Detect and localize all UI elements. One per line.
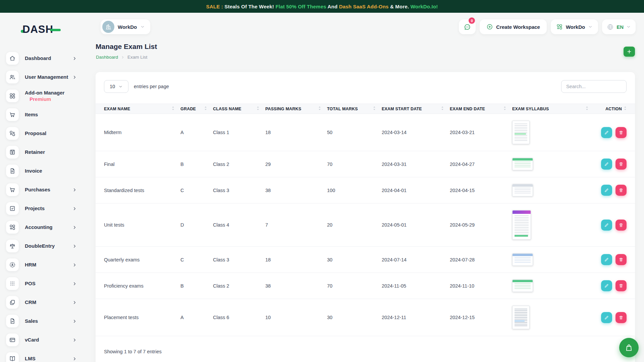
- sidebar-item-label: Retainer: [25, 149, 45, 155]
- column-header-action[interactable]: ACTION: [594, 106, 627, 112]
- sidebar-item-label: CRM: [25, 299, 36, 305]
- sidebar-item-label: DoubleEntry: [25, 243, 55, 249]
- edit-exam-button[interactable]: [601, 220, 612, 231]
- cell-exam-name: Standardized tests: [104, 188, 180, 193]
- cell-exam-name: Unit tests: [104, 222, 180, 228]
- workspace-dropdown[interactable]: WorkDo: [551, 19, 598, 34]
- syllabus-thumbnail[interactable]: [512, 306, 530, 329]
- column-header-total-marks[interactable]: TOTAL MARKS: [327, 106, 382, 112]
- cell-passing-marks: 38: [265, 188, 327, 193]
- sidebar-item-dashboard[interactable]: Dashboard: [6, 49, 87, 68]
- sidebar-item-crm[interactable]: CRM: [6, 293, 87, 312]
- brand-logo[interactable]: DASH: [21, 23, 61, 36]
- sidebar-item-label-wrap: Accounting: [25, 224, 72, 230]
- cell-exam-syllabus: [512, 253, 594, 266]
- sidebar-item-invoice[interactable]: Invoice: [6, 162, 87, 180]
- syllabus-thumbnail[interactable]: [512, 253, 533, 266]
- cell-passing-marks: 18: [265, 257, 327, 262]
- sidebar-item-label: Proposal: [25, 130, 46, 136]
- sidebar-item-retainer[interactable]: Retainer: [6, 143, 87, 162]
- globe-icon: [607, 23, 614, 31]
- cart-icon: [6, 108, 19, 121]
- sidebar-item-doubleentry[interactable]: DoubleEntry: [6, 237, 87, 255]
- delete-exam-button[interactable]: [615, 254, 627, 265]
- column-header-class-name[interactable]: CLASS NAME: [213, 106, 265, 112]
- sidebar-item-vcard[interactable]: vCard: [6, 330, 87, 349]
- purchase-fab[interactable]: [619, 338, 639, 357]
- edit-exam-button[interactable]: [601, 159, 612, 170]
- chevron-right-icon: [72, 75, 77, 80]
- column-header-passing-marks[interactable]: PASSING MARKS: [265, 106, 327, 112]
- cell-exam-syllabus: [512, 280, 594, 292]
- sidebar-item-label-wrap: POS: [25, 281, 72, 287]
- cell-action: [594, 254, 627, 265]
- scales-icon: [6, 240, 19, 252]
- delete-exam-button[interactable]: [615, 185, 627, 196]
- sidebar-item-proposal[interactable]: Proposal: [6, 124, 87, 143]
- table-row: Quarterly examsCClass 318302024-07-14202…: [96, 247, 635, 273]
- sidebar-item-lms[interactable]: LMS: [6, 349, 87, 362]
- delete-exam-button[interactable]: [615, 312, 627, 323]
- sort-arrows-icon: [586, 106, 588, 112]
- cell-exam-syllabus: [512, 121, 594, 144]
- delete-exam-button[interactable]: [615, 127, 627, 138]
- page-title: Manage Exam List: [96, 43, 157, 51]
- create-workspace-button[interactable]: Create Workspace: [480, 19, 547, 34]
- column-header-exam-name[interactable]: EXAM NAME: [104, 106, 180, 112]
- edit-exam-button[interactable]: [601, 185, 612, 196]
- cell-exam-start-date: 2024-04-01: [382, 188, 450, 193]
- sidebar-item-purchases[interactable]: Purchases: [6, 180, 87, 199]
- chat-icon: [464, 23, 471, 31]
- entries-per-page-select[interactable]: 10: [104, 80, 128, 93]
- sidebar-item-user-management[interactable]: User Management: [6, 68, 87, 86]
- swap-squares-icon: [6, 127, 19, 140]
- sidebar-item-pos[interactable]: POS: [6, 274, 87, 293]
- cell-exam-end-date: 2024-07-28: [450, 257, 512, 262]
- add-exam-button[interactable]: [624, 47, 635, 57]
- sidebar-item-projects[interactable]: Projects: [6, 199, 87, 218]
- column-header-grade[interactable]: GRADE: [180, 106, 213, 112]
- syllabus-thumbnail[interactable]: [512, 121, 530, 144]
- edit-exam-button[interactable]: [601, 254, 612, 265]
- delete-exam-button[interactable]: [615, 220, 627, 231]
- language-dropdown[interactable]: EN: [602, 19, 636, 34]
- chevron-right-icon: [121, 55, 125, 59]
- delete-exam-button[interactable]: [615, 159, 627, 170]
- sidebar-item-accounting[interactable]: Accounting: [6, 218, 87, 237]
- chevron-right-icon: [72, 262, 77, 267]
- sidebar-item-label-wrap: DoubleEntry: [25, 243, 72, 249]
- table-row: Proficiency examsBClass 238702024-11-052…: [96, 273, 635, 299]
- grid-squares-icon: [6, 89, 19, 102]
- column-header-exam-start-date[interactable]: EXAM START DATE: [382, 106, 450, 112]
- delete-exam-button[interactable]: [615, 280, 627, 291]
- search-input[interactable]: [561, 80, 627, 93]
- syllabus-thumbnail[interactable]: [512, 280, 533, 292]
- home-icon: [6, 52, 19, 65]
- syllabus-thumbnail[interactable]: [512, 210, 531, 240]
- workspace-selector[interactable]: WorkDo: [101, 19, 150, 34]
- breadcrumb-dashboard-link[interactable]: Dashboard: [96, 55, 118, 60]
- messages-button[interactable]: 0: [459, 19, 476, 34]
- sidebar-item-label-wrap: vCard: [25, 337, 72, 343]
- edit-exam-button[interactable]: [601, 312, 612, 323]
- column-header-exam-end-date[interactable]: EXAM END DATE: [450, 106, 512, 112]
- cell-exam-start-date: 2024-05-01: [382, 222, 450, 228]
- chevron-right-icon: [72, 56, 77, 61]
- chevron-right-icon: [72, 356, 77, 361]
- syllabus-thumbnail[interactable]: [512, 184, 533, 196]
- cell-class-name: Class 2: [213, 162, 265, 167]
- sidebar-item-sales[interactable]: Sales: [6, 312, 87, 330]
- column-header-exam-syllabus[interactable]: EXAM SYLLABUS: [512, 106, 594, 112]
- sidebar-item-hrm[interactable]: HRM: [6, 255, 87, 274]
- cell-exam-name: Quarterly exams: [104, 257, 180, 262]
- edit-exam-button[interactable]: [601, 280, 612, 291]
- chevron-right-icon: [72, 206, 77, 211]
- sidebar-item-add-on-manager[interactable]: Add-on ManagerPremium: [6, 86, 87, 105]
- column-header-label: GRADE: [180, 107, 196, 111]
- edit-exam-button[interactable]: [601, 127, 612, 138]
- sidebar-item-items[interactable]: Items: [6, 105, 87, 124]
- column-header-label: EXAM START DATE: [382, 107, 422, 111]
- syllabus-thumbnail[interactable]: [512, 158, 533, 170]
- cell-class-name: Class 6: [213, 315, 265, 320]
- cell-exam-start-date: 2024-03-31: [382, 162, 450, 167]
